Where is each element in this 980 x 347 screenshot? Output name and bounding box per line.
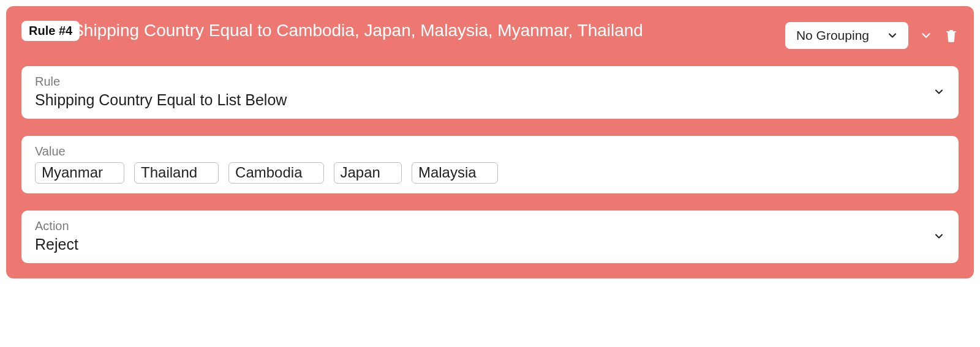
action-field-content: Action Reject (35, 219, 921, 253)
chevron-down-icon (933, 230, 945, 242)
rule-title: Shipping Country Equal to Cambodia, Japa… (72, 20, 643, 41)
rule-field-value: Shipping Country Equal to List Below (35, 91, 921, 109)
grouping-selected-label: No Grouping (796, 28, 869, 43)
value-field[interactable]: Value MyanmarThailandCambodiaJapanMalays… (21, 136, 959, 193)
rule-field-label: Rule (35, 75, 921, 89)
value-chip[interactable]: Malaysia (412, 162, 498, 184)
rule-field[interactable]: Rule Shipping Country Equal to List Belo… (21, 66, 959, 119)
rule-field-content: Rule Shipping Country Equal to List Belo… (35, 75, 921, 109)
action-field-label: Action (35, 219, 921, 233)
delete-rule-button[interactable] (944, 28, 959, 43)
value-chip[interactable]: Cambodia (228, 162, 323, 184)
value-chip[interactable]: Japan (334, 162, 402, 184)
rule-header-actions: No Grouping (785, 20, 959, 49)
rule-card: Rule #4 Shipping Country Equal to Cambod… (6, 6, 974, 278)
collapse-toggle[interactable] (919, 29, 933, 42)
action-field-value: Reject (35, 236, 921, 253)
value-field-content: Value MyanmarThailandCambodiaJapanMalays… (35, 144, 945, 184)
value-chip-row: MyanmarThailandCambodiaJapanMalaysia (35, 162, 945, 184)
value-chip[interactable]: Myanmar (35, 162, 124, 184)
rule-header-left: Rule #4 Shipping Country Equal to Cambod… (21, 20, 777, 41)
action-field[interactable]: Action Reject (21, 211, 959, 263)
rule-number-badge: Rule #4 (21, 21, 80, 41)
value-field-label: Value (35, 144, 945, 159)
value-chip[interactable]: Thailand (134, 162, 219, 184)
rule-header: Rule #4 Shipping Country Equal to Cambod… (21, 20, 959, 49)
chevron-down-icon (933, 86, 945, 98)
grouping-select[interactable]: No Grouping (785, 22, 908, 49)
chevron-down-icon (886, 29, 899, 42)
